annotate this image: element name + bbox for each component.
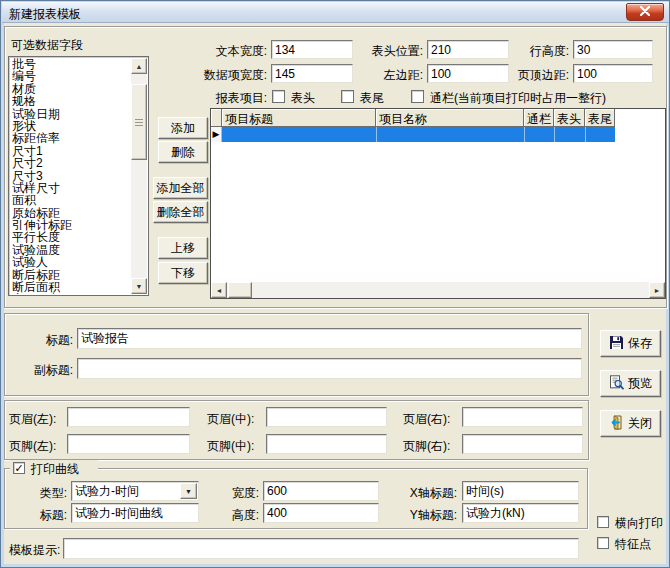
curve-width-input[interactable] — [263, 481, 379, 501]
grid-horizontal-scrollbar[interactable]: ◄ ► — [211, 282, 665, 298]
grid-column-header[interactable]: 项目标题 — [222, 109, 376, 127]
dialog-new-report-template: 新建报表模板 可选数据字段 批号编号材质规格试验日期形状标距倍率尺寸1尺寸2尺寸… — [0, 0, 670, 568]
header-checkbox[interactable] — [272, 90, 285, 103]
data-item-width-label: 数据项宽度: — [173, 67, 267, 84]
grid-column-header[interactable]: 项目名称 — [376, 109, 524, 127]
print-curve-label: 打印曲线 — [31, 461, 79, 478]
list-item[interactable]: 面积 — [12, 194, 130, 206]
curve-type-label: 类型: — [29, 485, 67, 502]
header-position-input[interactable] — [427, 40, 509, 59]
curve-width-label: 宽度: — [221, 485, 259, 502]
delete-all-button-label: 删除全部 — [157, 204, 205, 221]
curve-type-value: 试验力-时间 — [75, 484, 139, 498]
x-axis-title-label: X轴标题: — [393, 485, 457, 502]
data-item-width-input[interactable] — [271, 64, 353, 83]
list-item[interactable]: 上屈服力 — [12, 293, 130, 294]
close-icon — [640, 5, 650, 19]
delete-all-button[interactable]: 删除全部 — [153, 201, 208, 223]
close-button[interactable]: 关闭 — [600, 410, 661, 437]
grid-colsep — [585, 127, 586, 142]
preview-icon — [609, 375, 624, 393]
thumb-grip — [135, 122, 143, 123]
listbox-vertical-scrollbar[interactable]: ▲ ▼ — [131, 58, 147, 294]
template-hint-input[interactable] — [63, 538, 579, 559]
close-button-label: 关闭 — [628, 415, 652, 432]
left-margin-input[interactable] — [427, 64, 509, 83]
y-axis-title-input[interactable] — [462, 503, 579, 523]
preview-button[interactable]: 预览 — [600, 370, 661, 397]
move-up-button[interactable]: 上移 — [158, 237, 208, 259]
curve-title-input[interactable] — [71, 503, 199, 523]
data-fields-list: 批号编号材质规格试验日期形状标距倍率尺寸1尺寸2尺寸3试样尺寸面积原始标距引伸计… — [12, 58, 130, 294]
landscape-print-checkbox[interactable] — [597, 516, 609, 528]
move-down-button[interactable]: 下移 — [158, 262, 208, 284]
page-footer-left-label: 页脚(左): — [9, 438, 56, 455]
grid-row-selector[interactable]: ▶ — [211, 127, 222, 142]
row-height-label: 行高度: — [499, 43, 569, 60]
page-header-left-input[interactable] — [67, 407, 190, 427]
feature-point-checkbox[interactable] — [597, 537, 609, 549]
page-footer-center-input[interactable] — [266, 434, 387, 454]
fullrow-checkbox-label: 通栏(当前项目打印时占用一整行) — [430, 90, 606, 107]
fullrow-checkbox[interactable] — [411, 90, 424, 103]
list-item[interactable]: 标距倍率 — [12, 132, 130, 144]
scrollbar-thumb[interactable] — [131, 84, 147, 160]
grid-colsep — [524, 127, 525, 142]
list-item[interactable]: 规格 — [12, 95, 130, 107]
scroll-left-button[interactable]: ◄ — [211, 282, 227, 298]
page-header-right-input[interactable] — [462, 407, 583, 427]
list-item[interactable]: 试验人 — [12, 256, 130, 268]
hscrollbar-thumb[interactable] — [228, 282, 252, 298]
add-all-button[interactable]: 添加全部 — [153, 177, 208, 199]
dropdown-button[interactable]: ▼ — [180, 483, 197, 499]
scroll-down-button[interactable]: ▼ — [131, 278, 147, 294]
x-axis-title-input[interactable] — [462, 481, 579, 501]
grid-column-header[interactable]: 表头 — [554, 109, 585, 127]
curve-height-input[interactable] — [263, 503, 379, 523]
text-width-input[interactable] — [271, 40, 353, 59]
exit-door-icon — [609, 415, 624, 433]
grid-column-header[interactable]: 表尾 — [585, 109, 615, 127]
print-curve-checkbox[interactable]: ✓ — [13, 462, 25, 474]
list-item[interactable]: 平行长度 — [12, 231, 130, 243]
footer-checkbox[interactable] — [341, 90, 354, 103]
window-title: 新建报表模板 — [9, 6, 81, 23]
add-button[interactable]: 添加 — [158, 117, 208, 139]
scroll-up-icon: ▲ — [136, 63, 143, 70]
curve-height-label: 高度: — [221, 507, 259, 524]
save-button-label: 保存 — [628, 335, 652, 352]
footer-checkbox-label: 表尾 — [360, 90, 384, 107]
curve-type-select[interactable]: 试验力-时间 ▼ — [71, 481, 199, 501]
grid-column-header[interactable]: 通栏 — [524, 109, 554, 127]
page-footer-left-input[interactable] — [67, 434, 190, 454]
save-icon — [609, 335, 624, 353]
page-header-center-input[interactable] — [266, 407, 387, 427]
page-footer-right-input[interactable] — [462, 434, 583, 454]
close-window-button[interactable] — [626, 3, 664, 21]
y-axis-title-label: Y轴标题: — [393, 507, 457, 524]
scroll-down-icon: ▼ — [136, 283, 143, 290]
grid-selected-row[interactable] — [222, 127, 615, 142]
scroll-up-button[interactable]: ▲ — [131, 58, 147, 74]
header-position-label: 表头位置: — [351, 43, 423, 60]
list-item[interactable]: 尺寸2 — [12, 157, 130, 169]
delete-button-label: 删除 — [171, 144, 195, 161]
report-title-input[interactable] — [77, 328, 582, 349]
page-top-margin-input[interactable] — [573, 64, 653, 83]
save-button[interactable]: 保存 — [600, 330, 661, 357]
row-marker-icon: ▶ — [213, 129, 220, 139]
grid-selector-header — [211, 109, 222, 127]
data-fields-listbox[interactable]: 批号编号材质规格试验日期形状标距倍率尺寸1尺寸2尺寸3试样尺寸面积原始标距引伸计… — [8, 56, 149, 296]
report-subtitle-input[interactable] — [77, 358, 582, 379]
header-checkbox-label: 表头 — [291, 90, 315, 107]
landscape-print-label: 横向打印 — [615, 515, 663, 532]
page-header-center-label: 页眉(中): — [207, 411, 254, 428]
grid-colsep — [554, 127, 555, 142]
scroll-right-button[interactable]: ► — [649, 282, 665, 298]
delete-button[interactable]: 删除 — [158, 141, 208, 163]
list-item[interactable]: 编号 — [12, 70, 130, 82]
report-items-grid: 项目标题项目名称通栏表头表尾 ▶ ◄ ► — [210, 108, 666, 299]
page-footer-center-label: 页脚(中): — [207, 438, 254, 455]
row-height-input[interactable] — [573, 40, 653, 59]
page-header-left-label: 页眉(左): — [9, 411, 56, 428]
